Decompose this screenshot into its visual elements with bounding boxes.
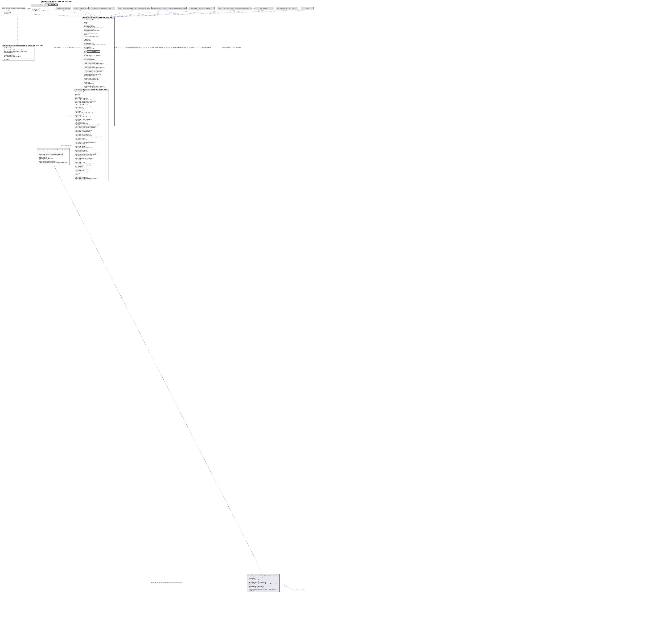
abstract-cell-population-small-box: AbstractCellPopulation< ELEMENT_DIM, SPA… (2, 7, 25, 16)
identifiers-methods: + IdentityMap() + GetNodes() + TryToPopu… (31, 7, 48, 12)
svg-line-13 (115, 10, 303, 17)
svg-line-17 (53, 163, 263, 573)
abstract-boundary2-fields: # mCellPopulation (37, 150, 70, 152)
svg-line-12 (114, 10, 287, 17)
abstract-cell-pop-boundary-cond2-box: AbstractCellPopulationBoundaryCondition<… (37, 148, 70, 165)
c-pointer-header: AbstractCellPopulation< ELEMENT_DIM, SPA… (42, 1, 54, 3)
bool-header: bool (301, 7, 313, 9)
label-mcell-population-writers: mCellPopulationWriters (173, 47, 186, 48)
svg-line-18 (279, 582, 291, 589)
svg-line-8 (109, 10, 168, 17)
vector-cell-population-writer-header: vector< boost::shared_ptr< AbstractCellP… (151, 7, 187, 9)
medium-header: medium (88, 51, 100, 52)
medium-box: medium (87, 50, 100, 53)
abstract-cell-population-small-methods: + IdentityMap() + GetNodes() + TryToPopu… (2, 11, 25, 16)
main-abstract-cell-population-header: AbstractCellPopulation< ELEMENT_DIM, SPA… (82, 17, 114, 19)
svg-line-0 (25, 9, 31, 10)
output-cell-population-boundary-cond-params-label: OutputCellPopulationBoundaryConditionPar… (150, 582, 182, 583)
label-mgt-metal-foe: mgtMetalFoe (54, 47, 61, 48)
shared-ptr-registry-header: shared_ptr< CellPropertyRegistry > (189, 7, 215, 9)
add-div-attr-header: add_div_attr ofstream> (56, 7, 71, 9)
abstract-cell-pop2-header: AbstractCellPopulation< ELEMENT_DIM, ELE… (74, 89, 108, 91)
abstract-mesh-header: AbstractMesh< ELEMENT_DIM, b & (89, 7, 115, 9)
svg-line-3 (13, 14, 98, 17)
iter-cellptr-box: iter CellPtr > (255, 7, 274, 9)
map-unsigned-int-header: map< unsigned, int, int CellPtr > (276, 7, 298, 9)
c-vector-header: c_vector< double, SPACE_DIM > (73, 7, 87, 9)
label-mcells: mCells (191, 47, 194, 48)
identifiers-header: «interface»Identifiers (31, 4, 48, 7)
test-cell-population-label: TestCellPopulation (61, 145, 71, 146)
map-unsigned-int-box: map< unsigned, int, int CellPtr > (276, 7, 298, 9)
top-prescribed-boundary-header: TopPrescribedBoundaryCondition< DIM > (247, 574, 279, 576)
top-prescribed-boundary-box: TopPrescribedBoundaryCondition< DIM > + … (247, 574, 280, 592)
svg-line-10 (112, 10, 235, 17)
abstract-cell-population-small-fields: # mrCellPopulation (2, 9, 25, 11)
svg-line-11 (113, 10, 264, 17)
label-mlocation-cell-map: mLocationCellMap (202, 47, 211, 48)
c-vector-box: c_vector< double, SPACE_DIM > (73, 7, 87, 9)
svg-line-6 (99, 10, 101, 17)
vector-cell-population-writer-box: vector< boost::shared_ptr< AbstractCellP… (151, 7, 187, 9)
svg-line-7 (106, 10, 133, 17)
abstract-cell-pop-boundary-cond-box: AbstractCellPopulationBoundaryCondition<… (2, 45, 34, 61)
vector-cell-writer-header: vector< boost::shared_ptr< AbstractCellW… (117, 7, 150, 9)
abstract-cell-pop2-fields: # mLocationCellMap # mLocationCellMap # … (74, 91, 108, 104)
top-prescribed-boundary-methods: + AnnotateBottomBorderLen() + GetNodes()… (247, 576, 279, 592)
label-mcell-population-count-writers: mCellPopulationCountWriters (126, 47, 141, 48)
vector-cell-writer-box: vector< boost::shared_ptr< AbstractCellW… (117, 7, 150, 9)
vector-cell-population-writer2-box: vector< boost::shared_ptr< AbstractCellP… (217, 7, 252, 9)
abstract-cell-pop2-methods: + AbstractCellPopulation() + ~AbstractCe… (74, 104, 108, 181)
label-mr-control: mrControl (69, 47, 74, 48)
svg-line-5 (80, 10, 98, 17)
abstract-boundary-methods: + AbstractCellPopulationBoundaryConditio… (2, 49, 34, 61)
identifiers-box: «interface»Identifiers + IdentityMap() +… (31, 4, 48, 12)
label-mcell-property-registry: mCellPropertyRegistry (152, 47, 164, 48)
iter-cellptr-header: iter CellPtr > (255, 7, 274, 9)
vector-cell-population-writer2-header: vector< boost::shared_ptr< AbstractCellP… (217, 7, 252, 9)
sm-label: « SM » (67, 115, 72, 117)
add-div-attr-box: add_div_attr ofstream> (56, 7, 71, 9)
abstract-cell-pop2-box: AbstractCellPopulation< ELEMENT_DIM, ELE… (74, 89, 109, 181)
label-moutput-results: mOutputResultsForChasterVisualiser (222, 47, 241, 48)
annotate-bottom-border-label: AnnotateBottomBorderCody (291, 589, 305, 590)
abstract-mesh-box: AbstractMesh< ELEMENT_DIM, b & (89, 7, 115, 9)
shared-ptr-registry-box: shared_ptr< CellPropertyRegistry > (189, 7, 215, 9)
abstract-boundary-fields: # mCellPopulation (2, 47, 34, 49)
abstract-cell-pop-boundary-cond-header: AbstractCellPopulationBoundaryCondition<… (2, 45, 34, 47)
abstract-cell-population-small-header: AbstractCellPopulation< ELEMENT_DIM, SPA… (2, 7, 25, 9)
c-pointer-box: AbstractCellPopulation< ELEMENT_DIM, SPA… (41, 1, 54, 3)
abstract-boundary2-methods: + AbstractCellPopulationBoundaryConditio… (37, 152, 70, 165)
svg-line-9 (111, 10, 201, 17)
abstract-cell-pop-boundary-cond2-header: AbstractCellPopulationBoundaryCondition<… (37, 148, 70, 150)
main-abstract-fields: # mrLocationCellMap # mLocationCellMap #… (82, 19, 114, 36)
svg-line-4 (63, 10, 98, 17)
bool-box: bool (301, 7, 314, 9)
